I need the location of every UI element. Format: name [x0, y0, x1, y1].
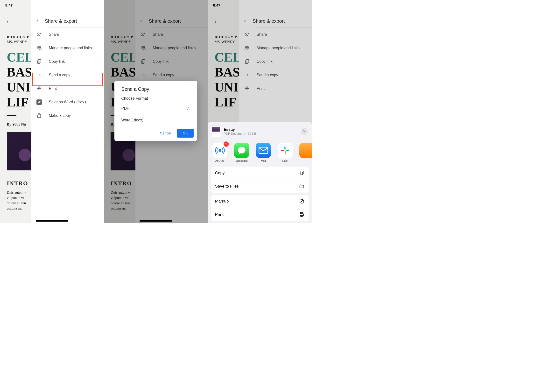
status-time: 8:47 [5, 3, 13, 7]
make-copy-icon [36, 113, 42, 119]
dialog-option-pdf[interactable]: PDF ✓ [114, 102, 197, 115]
copy-pages-icon [299, 170, 304, 176]
svg-point-1 [38, 47, 39, 48]
action-copy-label: Copy [215, 171, 225, 175]
menu-share-label: Share [49, 32, 59, 37]
svg-rect-17 [285, 151, 286, 154]
svg-rect-19 [301, 171, 303, 174]
app-messages[interactable]: Messages [233, 143, 250, 162]
app-slack[interactable]: Slack [277, 143, 293, 162]
home-indicator[interactable] [140, 220, 172, 222]
share-actions-group-1: Copy Save to Files [211, 167, 309, 193]
phone-2: ▪▪▪ LTE BIOLOGY P MS. WENDY CEL BAS UNI … [104, 0, 208, 223]
svg-rect-3 [38, 60, 41, 63]
svg-rect-15 [284, 146, 285, 149]
action-print-label: Print [215, 212, 224, 217]
slack-label: Slack [282, 159, 288, 162]
svg-point-0 [38, 33, 39, 34]
menu-save-word[interactable]: W Save as Word (.docx) [31, 95, 104, 109]
svg-point-13 [219, 149, 221, 152]
menu-copy-link[interactable]: Copy link [31, 55, 104, 68]
dialog-subtitle: Choose Format [114, 94, 197, 102]
menu-send-copy[interactable]: Send a copy [31, 68, 104, 82]
word-icon: W [36, 99, 42, 105]
ios-share-sheet: Essay PDF Document · 69 KB 1 AirDrop Mes… [208, 122, 312, 223]
markup-icon [299, 199, 304, 204]
menu-print-label: Print [49, 86, 57, 91]
copy-link-icon [36, 59, 42, 64]
menu-manage-label: Manage people and links [49, 46, 92, 50]
menu-make-copy[interactable]: Make a copy [31, 109, 104, 122]
messages-label: Messages [236, 159, 248, 162]
menu-print[interactable]: Print [31, 82, 104, 95]
dialog-title: Send a Copy [114, 81, 197, 94]
app-airdrop[interactable]: 1 AirDrop [212, 143, 228, 162]
share-filename: Essay [224, 127, 298, 132]
folder-icon [299, 184, 304, 189]
dialog-word-label: Word (.docx) [121, 118, 143, 122]
airdrop-label: AirDrop [215, 159, 224, 162]
action-savefiles-label: Save to Files [215, 184, 239, 189]
mail-icon [256, 143, 271, 158]
people-icon [36, 45, 42, 51]
share-actions-group-2: Markup Print [211, 195, 309, 221]
cancel-button[interactable]: Cancel [156, 129, 175, 138]
svg-rect-18 [281, 150, 284, 151]
home-indicator[interactable] [36, 220, 68, 222]
svg-rect-16 [286, 150, 289, 151]
dialog-pdf-label: PDF [121, 106, 129, 111]
airdrop-icon: 1 [212, 143, 227, 158]
doc-rule [7, 115, 16, 116]
printer-icon [299, 212, 304, 217]
panel-title: Share & export [45, 18, 77, 24]
action-markup-label: Markup [215, 199, 229, 204]
action-print[interactable]: Print [211, 208, 309, 221]
more-app-icon [299, 143, 312, 158]
send-copy-icon [36, 72, 42, 78]
share-export-panel: ‹ Share & export Share Manage people and… [31, 0, 104, 223]
svg-rect-24 [301, 215, 303, 217]
menu-sendcopy-label: Send a copy [49, 73, 70, 77]
ok-button[interactable]: OK [177, 129, 194, 138]
back-chevron-icon[interactable]: ‹ [7, 18, 9, 25]
check-icon: ✓ [186, 105, 190, 111]
send-copy-dialog: Send a Copy Choose Format PDF ✓ Word (.d… [114, 81, 197, 141]
action-copy[interactable]: Copy [211, 167, 309, 180]
print-icon [36, 86, 42, 91]
app-more[interactable] [299, 143, 312, 162]
share-app-row[interactable]: 1 AirDrop Messages Mail Slack [208, 141, 312, 165]
mail-label: Mail [261, 159, 266, 162]
svg-rect-4 [38, 114, 41, 118]
phone-3: 8:47 ▪▪▪ LTE ‹ BIOLOGY P MS. WENDY CEL B… [208, 0, 312, 223]
menu-share[interactable]: Share [31, 28, 104, 41]
menu-makecopy-label: Make a copy [49, 113, 71, 118]
menu-saveword-label: Save as Word (.docx) [49, 100, 86, 104]
dialog-option-word[interactable]: Word (.docx) [114, 115, 197, 126]
airdrop-badge: 1 [224, 141, 229, 147]
menu-copylink-label: Copy link [49, 59, 65, 64]
panel-back-icon[interactable]: ‹ [36, 18, 38, 24]
person-add-icon [36, 32, 42, 37]
app-mail[interactable]: Mail [255, 143, 272, 162]
share-filemeta: PDF Document · 69 KB [224, 132, 298, 135]
svg-rect-20 [300, 172, 303, 175]
svg-point-2 [39, 47, 41, 48]
messages-icon [234, 143, 249, 158]
menu-manage-people[interactable]: Manage people and links [31, 41, 104, 55]
slack-icon [278, 143, 293, 158]
action-markup[interactable]: Markup [211, 195, 309, 208]
phone-1: 8:47 ▪▪▪ LTE ‹ BIOLOGY P MS. WENDY CEL B… [0, 0, 104, 223]
action-save-files[interactable]: Save to Files [211, 180, 309, 193]
close-button[interactable] [301, 128, 308, 135]
file-thumbnail [212, 126, 221, 137]
